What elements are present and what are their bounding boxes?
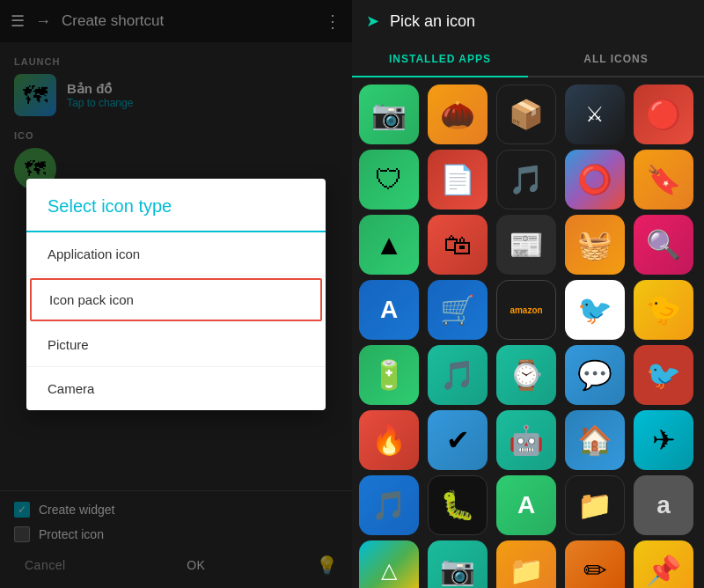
right-panel: ➤ Pick an icon INSTALLED APPS ALL ICONS … [352, 0, 704, 588]
app-icon-8[interactable]: ⭕ [565, 150, 625, 209]
app-icon-5[interactable]: 🛡 [359, 150, 419, 209]
app-icon-21[interactable]: 🎵 [428, 345, 488, 405]
app-icon-28[interactable]: 🏠 [565, 410, 625, 470]
app-icon-16[interactable]: 🛒 [428, 280, 488, 340]
application-icon-option[interactable]: Application icon [26, 232, 326, 276]
app-icon-17[interactable]: amazon [496, 280, 556, 340]
app-icon-1[interactable]: 🌰 [428, 85, 488, 144]
app-icon-3[interactable]: ⚔ [565, 85, 625, 144]
app-icon-32[interactable]: A [496, 475, 556, 535]
installed-apps-tab[interactable]: INSTALLED APPS [352, 42, 528, 76]
app-icon-34[interactable]: a [634, 475, 693, 535]
app-icon-19[interactable]: 🐤 [634, 280, 693, 340]
app-icon-27[interactable]: 🤖 [496, 410, 556, 470]
app-icon-6[interactable]: 📄 [428, 150, 488, 209]
dialog-title: Select icon type [26, 179, 326, 232]
app-icon-22[interactable]: ⌚ [496, 345, 556, 405]
app-icon-23[interactable]: 💬 [565, 345, 625, 405]
icon-pack-option[interactable]: Icon pack icon [30, 278, 322, 321]
app-icon-4[interactable]: 🔴 [634, 85, 693, 144]
app-icon-35[interactable]: △ [359, 540, 419, 588]
pick-icon-title: Pick an icon [390, 12, 475, 31]
app-icon-18[interactable]: 🐦 [565, 280, 625, 340]
app-icon-15[interactable]: A [359, 280, 419, 340]
app-icon-29[interactable]: ✈ [634, 410, 693, 470]
app-icon-24[interactable]: 🐦 [634, 345, 693, 405]
app-icon-9[interactable]: 🔖 [634, 150, 693, 209]
app-icon-12[interactable]: 📰 [496, 215, 556, 275]
app-icon-14[interactable]: 🔍 [634, 215, 693, 275]
app-icon-26[interactable]: ✔ [428, 410, 488, 470]
app-icon-20[interactable]: 🔋 [359, 345, 419, 405]
app-icon-2[interactable]: 📦 [496, 85, 556, 144]
all-icons-tab[interactable]: ALL ICONS [528, 42, 704, 76]
app-icon-37[interactable]: 📁 [496, 540, 556, 588]
app-icon-10[interactable]: ▲ [359, 215, 419, 275]
app-icon-39[interactable]: 📌 [634, 540, 693, 588]
icons-grid: 📷🌰📦⚔🔴🛡📄🎵⭕🔖▲🛍📰🧺🔍A🛒amazon🐦🐤🔋🎵⌚💬🐦🔥✔🤖🏠✈🎵🐛A📁a… [352, 77, 704, 588]
picture-option[interactable]: Picture [26, 323, 326, 367]
select-icon-dialog: Select icon type Application icon Icon p… [26, 179, 326, 410]
dialog-overlay: Select icon type Application icon Icon p… [0, 0, 352, 588]
app-icon-11[interactable]: 🛍 [428, 215, 488, 275]
app-icon-25[interactable]: 🔥 [359, 410, 419, 470]
camera-option[interactable]: Camera [26, 367, 326, 410]
app-icon-31[interactable]: 🐛 [428, 475, 488, 535]
app-icon-33[interactable]: 📁 [565, 475, 625, 535]
app-icon-36[interactable]: 📷 [428, 540, 488, 588]
tabs-bar: INSTALLED APPS ALL ICONS [352, 42, 704, 77]
app-icon-38[interactable]: ✏ [565, 540, 625, 588]
app-icon-0[interactable]: 📷 [359, 85, 419, 144]
left-panel: ☰ → Create shortcut ⋮ LAUNCH 🗺 Bản đồ Ta… [0, 0, 352, 588]
app-icon-13[interactable]: 🧺 [565, 215, 625, 275]
app-icon-30[interactable]: 🎵 [359, 475, 419, 535]
pick-icon-arrow: ➤ [366, 11, 379, 31]
right-top-bar: ➤ Pick an icon [352, 0, 704, 42]
app-icon-7[interactable]: 🎵 [496, 150, 556, 209]
